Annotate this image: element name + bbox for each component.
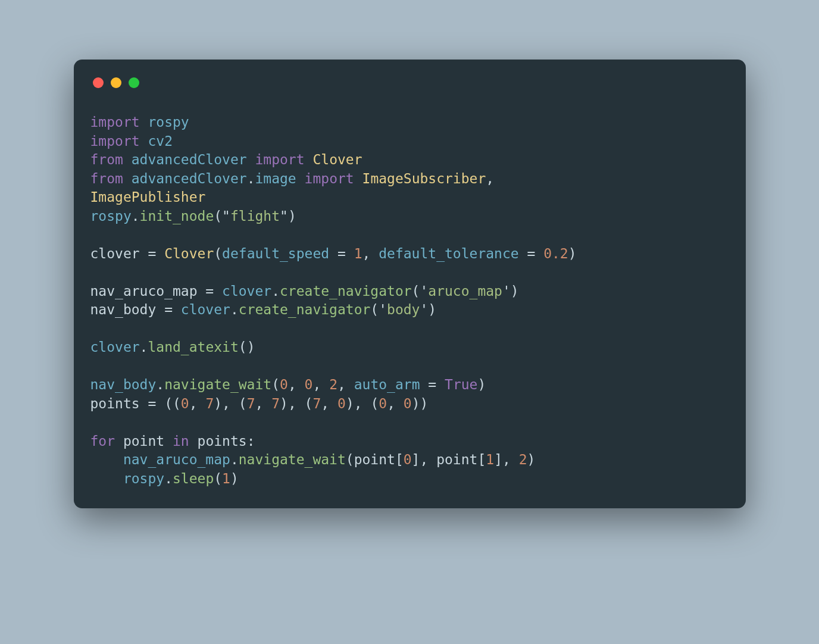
keyword-import: import xyxy=(90,133,140,149)
number: 7 xyxy=(205,396,214,411)
function-call: navigate_wait xyxy=(239,452,346,467)
punctuation: ), ( xyxy=(214,396,246,411)
number: 2 xyxy=(519,452,527,467)
module-name: cv2 xyxy=(148,133,173,149)
punctuation: ( xyxy=(214,246,222,261)
punctuation: = xyxy=(198,283,223,299)
punctuation: ) xyxy=(288,208,296,224)
string-literal: body xyxy=(387,302,420,317)
punctuation: . xyxy=(164,471,173,486)
punctuation: = xyxy=(140,246,165,261)
keyword-from: from xyxy=(90,152,123,167)
punctuation: (( xyxy=(164,396,181,411)
variable: points xyxy=(198,433,247,449)
punctuation: = xyxy=(420,377,445,392)
string-literal: aruco_map xyxy=(428,283,502,299)
function-call: sleep xyxy=(173,471,214,486)
punctuation: ( xyxy=(214,208,222,224)
string-quote: ' xyxy=(420,283,428,299)
punctuation: ( xyxy=(370,302,379,317)
number: 2 xyxy=(329,377,337,392)
keyword-in: in xyxy=(173,433,189,449)
string-quote: " xyxy=(222,208,230,224)
punctuation: ] xyxy=(494,452,502,467)
punctuation: : xyxy=(247,433,255,449)
punctuation: . xyxy=(132,208,140,224)
variable: nav_body xyxy=(90,302,157,317)
space xyxy=(164,433,173,449)
number: 1 xyxy=(222,471,230,486)
punctuation: . xyxy=(156,377,164,392)
class-name: ImagePublisher xyxy=(90,189,206,205)
number: 0 xyxy=(404,396,412,411)
number: 7 xyxy=(247,396,255,411)
indent xyxy=(90,452,123,467)
punctuation: , xyxy=(288,377,305,392)
punctuation: , xyxy=(362,246,379,261)
punctuation: ( xyxy=(412,283,420,299)
number: 7 xyxy=(271,396,280,411)
string-quote: ' xyxy=(379,302,387,317)
class-name: Clover xyxy=(164,246,214,261)
punctuation: . xyxy=(247,171,255,186)
close-icon[interactable] xyxy=(93,77,104,88)
module-name: rospy xyxy=(148,114,189,130)
object-name: rospy xyxy=(90,208,132,224)
number: 1 xyxy=(354,246,362,261)
string-literal: flight xyxy=(230,208,280,224)
variable: nav_aruco_map xyxy=(90,283,198,299)
punctuation: , xyxy=(189,396,206,411)
function-call: navigate_wait xyxy=(164,377,271,392)
code-window: import rospy import cv2 from advancedClo… xyxy=(74,60,746,508)
punctuation: , xyxy=(337,377,354,392)
number: 0 xyxy=(404,452,412,467)
variable: point xyxy=(123,433,164,449)
punctuation: , xyxy=(486,171,502,186)
object-name: clover xyxy=(181,302,230,317)
number: 0 xyxy=(280,377,288,392)
punctuation: , xyxy=(321,396,337,411)
minimize-icon[interactable] xyxy=(111,77,121,88)
punctuation: ) xyxy=(527,452,536,467)
object-name: clover xyxy=(222,283,271,299)
function-call: create_navigator xyxy=(239,302,371,317)
punctuation: )) xyxy=(412,396,429,411)
punctuation: [ xyxy=(477,452,486,467)
punctuation: ( xyxy=(239,339,247,355)
variable: points xyxy=(90,396,140,411)
punctuation: ) xyxy=(247,339,255,355)
variable: point xyxy=(354,452,395,467)
function-call: land_atexit xyxy=(148,339,238,355)
punctuation: , xyxy=(312,377,329,392)
punctuation: ] xyxy=(412,452,420,467)
function-call: init_node xyxy=(140,208,214,224)
punctuation: ) xyxy=(511,283,519,299)
keyword-for: for xyxy=(90,433,115,449)
kwarg-name: auto_arm xyxy=(354,377,420,392)
zoom-icon[interactable] xyxy=(129,77,139,88)
punctuation: ) xyxy=(568,246,577,261)
number: 1 xyxy=(486,452,494,467)
punctuation: . xyxy=(230,302,239,317)
module-name: advancedClover xyxy=(132,171,247,186)
keyword-import: import xyxy=(90,114,140,130)
string-quote: ' xyxy=(502,283,511,299)
punctuation: = xyxy=(329,246,354,261)
space xyxy=(189,433,198,449)
traffic-lights xyxy=(93,77,729,88)
punctuation: = xyxy=(519,246,544,261)
punctuation: ) xyxy=(230,471,239,486)
function-call: create_navigator xyxy=(280,283,412,299)
variable: point xyxy=(436,452,477,467)
punctuation: ( xyxy=(346,452,354,467)
punctuation: ( xyxy=(214,471,222,486)
bool-literal: True xyxy=(445,377,477,392)
module-name: advancedClover xyxy=(132,152,247,167)
object-name: rospy xyxy=(123,471,164,486)
space xyxy=(115,433,123,449)
punctuation: ), ( xyxy=(346,396,379,411)
number: 0 xyxy=(379,396,387,411)
punctuation: , xyxy=(255,396,272,411)
string-quote: ' xyxy=(420,302,428,317)
punctuation: . xyxy=(140,339,148,355)
